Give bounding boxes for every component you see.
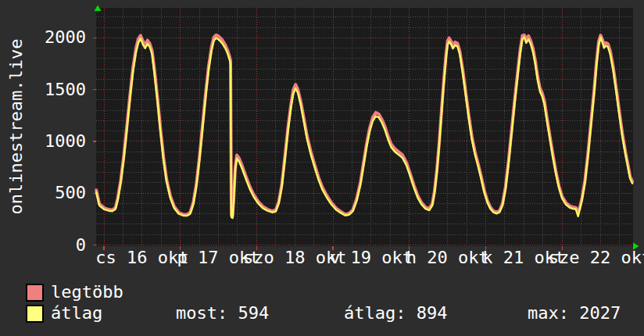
legend-label-legtobb: legtöbb <box>51 283 123 302</box>
x-axis-label: sze 22 okt <box>549 249 644 266</box>
y-axis-label: 1000 <box>0 133 86 150</box>
legend-row-atlag: átlag <box>26 304 102 323</box>
legend-swatch-atlag-icon <box>26 305 44 323</box>
stat-max: max: 2027 <box>528 304 621 323</box>
y-axis-label: 1500 <box>0 81 86 98</box>
legend-label-atlag: átlag <box>51 304 102 323</box>
legend-swatch-legtobb-icon <box>26 284 44 302</box>
y-axis-label: 500 <box>0 184 86 202</box>
x-axis-label: v 19 okt <box>330 249 413 266</box>
y-axis-label: 2000 <box>0 29 86 46</box>
x-axis-label: h 20 okt <box>406 249 489 266</box>
stat-most: most: 594 <box>176 304 269 323</box>
y-axis-label: 0 <box>0 237 86 254</box>
legend-row-legtobb: legtöbb <box>26 283 123 302</box>
x-axis-label: cs 16 okt <box>95 249 188 266</box>
stat-atlag: átlag: 894 <box>344 304 447 323</box>
rrd-graph: onlinestream.live 2000150010005000 cs 16… <box>0 0 644 336</box>
